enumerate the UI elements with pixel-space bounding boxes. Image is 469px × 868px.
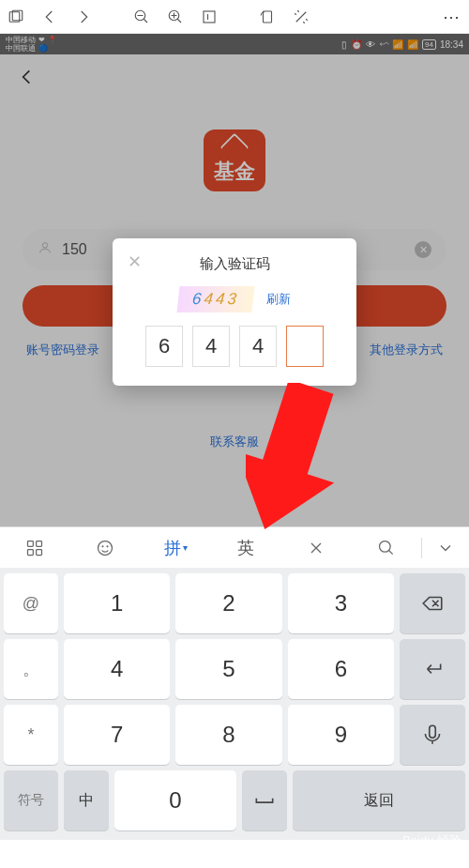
modal-title: 输入验证码 <box>128 255 341 273</box>
svg-point-14 <box>379 541 390 552</box>
key-symbols[interactable]: 符号 <box>4 770 58 830</box>
vibrate-icon: ▯ <box>341 39 347 50</box>
svg-point-6 <box>42 243 47 248</box>
refresh-captcha-link[interactable]: 刷新 <box>266 291 291 308</box>
captcha-modal: ✕ 输入验证码 6443 刷新 6 4 4 <box>113 238 356 386</box>
key-space[interactable] <box>242 770 287 830</box>
code-box-1[interactable]: 6 <box>145 326 183 367</box>
kbd-apps-icon[interactable] <box>0 539 70 557</box>
zoom-in-icon[interactable] <box>167 8 184 25</box>
status-time: 18:34 <box>440 39 463 50</box>
magic-icon[interactable] <box>293 8 310 25</box>
contact-service-link[interactable]: 联系客服 <box>0 434 469 450</box>
zoom-out-icon[interactable] <box>133 8 150 25</box>
keyboard-toolbar: 拼▾ 英 <box>0 526 469 568</box>
svg-rect-5 <box>264 11 272 23</box>
key-at[interactable]: @ <box>4 573 58 633</box>
code-input-group[interactable]: 6 4 4 <box>128 326 341 367</box>
clear-icon[interactable]: ✕ <box>415 241 431 258</box>
captcha-image: 6443 <box>177 286 255 312</box>
code-box-2[interactable]: 4 <box>192 326 230 367</box>
phone-value: 150 <box>62 241 87 258</box>
numeric-keyboard: @ 1 2 3 。 4 5 6 * 7 8 9 符号 中 0 返回 <box>0 568 469 840</box>
key-period[interactable]: 。 <box>4 639 58 699</box>
rotate-icon[interactable] <box>259 8 276 25</box>
browser-toolbar: ⋯ <box>0 0 469 34</box>
key-4[interactable]: 4 <box>64 639 170 699</box>
watermark: Baidu 经验 jingyan.baidu.com <box>393 834 461 860</box>
alarm-icon: ⏰ <box>351 39 362 50</box>
key-5[interactable]: 5 <box>175 639 281 699</box>
battery-level: 94 <box>422 39 436 50</box>
forward-icon[interactable] <box>75 8 92 25</box>
kbd-search-icon[interactable] <box>351 539 421 557</box>
kbd-pinyin-tab[interactable]: 拼▾ <box>141 537 211 559</box>
key-backspace[interactable] <box>400 573 465 633</box>
svg-rect-9 <box>28 549 34 555</box>
key-3[interactable]: 3 <box>288 573 394 633</box>
key-0[interactable]: 0 <box>114 770 236 830</box>
signal-icon: 📶 <box>392 39 403 50</box>
svg-rect-10 <box>37 549 42 555</box>
wifi-icon: ⬿ <box>379 39 388 50</box>
app-logo: 基金 <box>204 129 265 191</box>
svg-rect-8 <box>37 541 42 546</box>
svg-rect-15 <box>430 725 436 738</box>
password-login-link[interactable]: 账号密码登录 <box>26 342 99 358</box>
nav-back-button[interactable] <box>0 54 469 103</box>
key-lang[interactable]: 中 <box>64 770 109 830</box>
key-voice[interactable] <box>400 705 465 765</box>
svg-rect-4 <box>204 11 215 23</box>
svg-point-11 <box>98 541 113 555</box>
kbd-collapse-icon[interactable] <box>422 539 469 557</box>
key-2[interactable]: 2 <box>175 573 281 633</box>
carrier-1: 中国移动 <box>6 36 36 44</box>
code-box-4[interactable] <box>286 326 324 367</box>
key-9[interactable]: 9 <box>288 705 394 765</box>
key-8[interactable]: 8 <box>175 705 281 765</box>
more-icon[interactable]: ⋯ <box>443 7 461 27</box>
key-enter[interactable] <box>400 639 465 699</box>
key-7[interactable]: 7 <box>64 705 170 765</box>
fit-icon[interactable] <box>201 8 218 25</box>
svg-point-13 <box>107 545 108 546</box>
signal2-icon: 📶 <box>407 39 418 50</box>
svg-point-12 <box>102 545 103 546</box>
eye-icon: 👁 <box>366 39 375 50</box>
key-star[interactable]: * <box>4 705 58 765</box>
key-1[interactable]: 1 <box>64 573 170 633</box>
tabs-icon[interactable] <box>8 8 24 25</box>
svg-rect-7 <box>28 541 34 546</box>
code-box-3[interactable]: 4 <box>239 326 277 367</box>
person-icon <box>38 240 53 259</box>
app-screen: 中国移动❤📍 中国联通🔵 ▯ ⏰ 👁 ⬿ 📶 📶 94 18:34 基金 150… <box>0 34 469 526</box>
status-bar: 中国移动❤📍 中国联通🔵 ▯ ⏰ 👁 ⬿ 📶 📶 94 18:34 <box>0 34 469 54</box>
key-6[interactable]: 6 <box>288 639 394 699</box>
back-icon[interactable] <box>41 8 58 25</box>
carrier-2: 中国联通 <box>6 44 36 53</box>
kbd-emoji-icon[interactable] <box>70 539 141 557</box>
key-return[interactable]: 返回 <box>293 770 465 830</box>
other-login-link[interactable]: 其他登录方式 <box>370 342 443 358</box>
annotation-arrow <box>246 383 358 556</box>
